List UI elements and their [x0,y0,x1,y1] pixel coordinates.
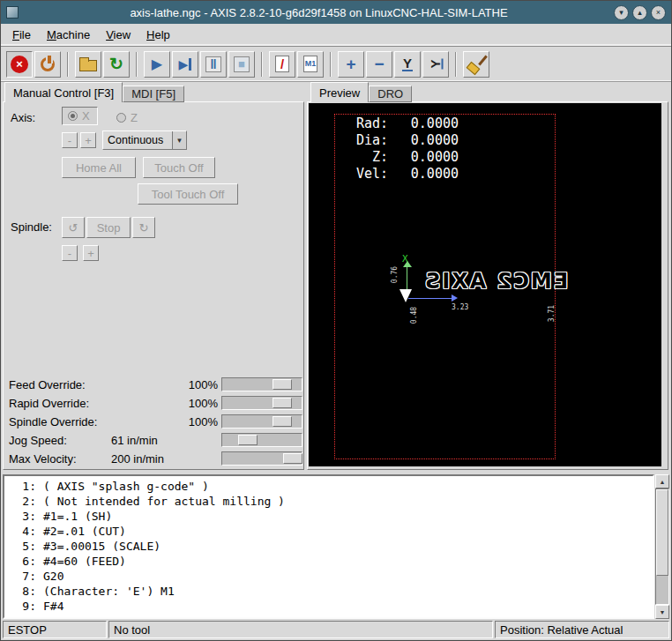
max-velocity-slider[interactable] [221,451,302,466]
jog-plus-button[interactable]: + [80,132,96,148]
run-button[interactable]: ▶ [144,51,170,78]
toolbar: × ↻ ▶ ▶ ‖ ■ / [1,47,671,82]
step-icon: ▶ [179,58,192,71]
jog-minus-button[interactable]: - [62,132,78,148]
tab-dro[interactable]: DRO [369,86,412,102]
letter-y-icon: Y [402,56,413,71]
app-window: axis-lathe.ngc - AXIS 2.8.2-10-g6d29f145… [0,0,672,641]
gcode-line[interactable]: 2:( Not intended for actual milling ) [6,494,653,509]
splash-gcode-text: EMC2 AXIS [423,269,568,294]
gcode-line[interactable]: 3:#1=.1 (SH) [6,509,653,524]
tool-marker-icon [399,289,412,302]
view-y-rotated-button[interactable]: Y [422,51,449,78]
gcode-line[interactable]: 6:#4=60 (FEED) [6,554,653,569]
slider-handle[interactable] [283,453,302,464]
tool-touch-off-button[interactable]: Tool Touch Off [138,183,238,205]
spindle-override-label: Spindle Override: [9,415,106,429]
window-title: axis-lathe.ngc - AXIS 2.8.2-10-g6d29f145… [24,6,614,19]
close-button[interactable]: × [651,5,666,20]
spindle-forward-button[interactable]: ↻ [132,217,155,238]
gcode-line[interactable]: 5:#3=.00015 (SCALE) [6,539,653,554]
menu-machine[interactable]: Machine [39,26,98,44]
stop-button[interactable]: ■ [228,51,255,78]
gcode-line[interactable]: 1:( AXIS "splash g-code" ) [6,479,653,494]
window-icon [6,6,19,19]
run-icon: ▶ [152,57,162,71]
spindle-label: Spindle: [11,220,52,234]
z-axis-line [408,298,452,299]
gcode-area: 1:( AXIS "splash g-code" ) 2:( Not inten… [1,473,671,619]
gcode-listing[interactable]: 1:( AXIS "splash g-code" ) 2:( Not inten… [3,474,654,619]
clear-plot-button[interactable] [463,51,489,78]
gcode-line[interactable]: 9:F#4 [6,599,653,614]
jog-speed-label: Jog Speed: [9,434,106,447]
gcode-line[interactable]: 7:G20 [6,569,653,584]
spindle-reverse-button[interactable]: ↺ [62,217,85,238]
maximize-button[interactable]: ▴ [632,5,647,20]
touch-off-button[interactable]: Touch Off [143,157,215,178]
manual-control-frame: Axis: X Z - + Continuous ▼ Home All Touc… [3,101,304,470]
menubar: File Machine View Help [1,24,671,47]
machine-power-button[interactable] [34,51,61,78]
status-estop: ESTOP [3,621,107,638]
dimension-label: 0.76 [391,266,399,283]
optional-pause-button[interactable]: M1 [297,51,324,78]
home-all-button[interactable]: Home All [62,157,136,178]
slider-handle[interactable] [238,435,258,445]
dimension-label: 3.23 [452,303,468,311]
estop-icon: × [11,56,28,73]
step-button[interactable]: ▶ [172,51,198,78]
preview-panel: Preview DRO Rad:0.0000 Dia:0.0000 Z:0.00… [307,82,671,473]
tab-manual-control[interactable]: Manual Control [F3] [4,82,123,102]
zoom-in-button[interactable]: + [338,51,364,78]
max-velocity-label: Max Velocity: [9,452,106,466]
rapid-override-slider[interactable] [221,396,302,410]
jog-mode-select[interactable]: Continuous ▼ [102,130,187,150]
estop-button[interactable]: × [6,51,33,78]
max-velocity-row: Max Velocity: 200 in/min [4,450,303,467]
scrollbar-thumb[interactable] [656,489,668,576]
spindle-plus-button[interactable]: + [83,245,99,261]
axis-z-radio[interactable]: Z [116,111,138,124]
tab-preview[interactable]: Preview [310,82,369,102]
stop-icon: ■ [234,56,250,72]
axis-x-radio[interactable]: X [62,107,98,125]
skip-lines-button[interactable]: / [269,51,295,78]
spindle-stop-button[interactable]: Stop [86,217,131,238]
feed-override-label: Feed Override: [9,378,106,391]
gcode-scrollbar[interactable]: ▲ ▼ [655,474,669,619]
spindle-minus-button[interactable]: - [62,245,78,261]
z-axis-arrow-icon [452,294,458,302]
scrollbar-track[interactable] [655,488,669,605]
feed-override-row: Feed Override: 100% [4,376,303,393]
statusbar: ESTOP No tool Position: Relative Actual [1,619,671,640]
slider-handle[interactable] [273,398,292,408]
gcode-line[interactable]: 8:(Character: 'E') M1 [6,584,653,599]
minimize-button[interactable]: ▾ [614,5,629,20]
scroll-up-icon[interactable]: ▲ [655,474,669,488]
machine-power-icon [41,57,55,71]
view-y-button[interactable]: Y [394,51,421,78]
titlebar: axis-lathe.ngc - AXIS 2.8.2-10-g6d29f145… [1,1,671,24]
slider-handle[interactable] [273,379,292,390]
skip-lines-icon: / [275,56,289,72]
preview-canvas[interactable]: Rad:0.0000 Dia:0.0000 Z:0.0000 Vel:0.000… [309,103,661,466]
max-velocity-value: 200 in/min [106,452,218,466]
menu-file[interactable]: File [4,26,39,44]
open-file-button[interactable] [75,51,101,78]
spindle-override-slider[interactable] [221,414,302,429]
scroll-down-icon[interactable]: ▼ [655,605,669,619]
rapid-override-value: 100% [106,397,218,410]
gcode-line[interactable]: 4:#2=.01 (CUT) [6,524,653,539]
reload-button[interactable]: ↻ [103,51,130,78]
pause-button[interactable]: ‖ [200,51,227,78]
pause-icon: ‖ [205,56,221,72]
feed-override-slider[interactable] [221,377,302,391]
zoom-out-button[interactable]: − [366,51,392,78]
spindle-override-value: 100% [106,415,218,429]
tab-mdi[interactable]: MDI [F5] [123,86,184,102]
menu-help[interactable]: Help [138,26,178,44]
menu-view[interactable]: View [98,26,138,44]
slider-handle[interactable] [273,416,292,427]
jog-speed-slider[interactable] [221,433,302,447]
